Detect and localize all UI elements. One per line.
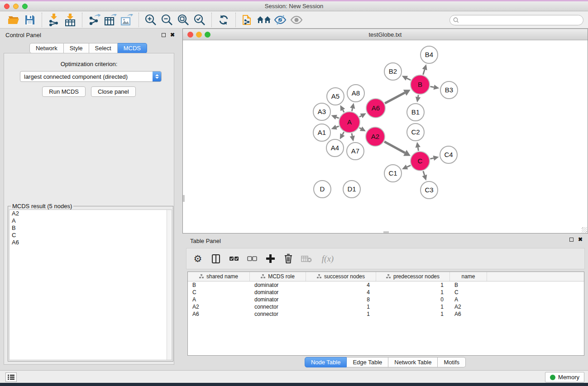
network-horizontal-scroll-mark[interactable] [383, 231, 389, 233]
edge-A6-B[interactable] [385, 93, 405, 103]
maximize-window-button[interactable] [22, 4, 28, 9]
cell-predecessor-nodes: 1 [376, 282, 450, 288]
column-header-shared-name[interactable]: shared name [188, 272, 250, 281]
criterion-dropdown[interactable]: largest connected component (directed) [20, 71, 162, 82]
network-minimize-button[interactable] [196, 32, 202, 38]
new-network-from-selection-button[interactable] [239, 13, 256, 27]
zoom-fit-button[interactable] [175, 13, 191, 27]
refresh-button[interactable] [215, 13, 232, 27]
task-history-button[interactable] [5, 372, 17, 382]
memory-button[interactable]: Memory [545, 372, 584, 382]
network-canvas-container[interactable]: AA6A2BCA5A8A3A1A4A7B2B4B3B1C2C4C1C3DD1 [183, 40, 588, 233]
mcds-result-item[interactable]: A [10, 217, 172, 224]
network-window-titlebar[interactable]: testGlobe.txt [183, 29, 588, 40]
edge-A-A7[interactable] [352, 133, 352, 136]
search-input[interactable] [461, 17, 583, 24]
zoom-out-button[interactable] [159, 13, 175, 27]
minimize-window-button[interactable] [13, 4, 19, 9]
close-panel-button[interactable]: Close panel [91, 86, 136, 97]
edge-B-B1[interactable] [418, 95, 419, 97]
delete-table-button[interactable] [301, 253, 312, 265]
network-close-button[interactable] [187, 32, 193, 38]
export-image-button[interactable] [119, 13, 135, 27]
open-session-button[interactable] [5, 13, 22, 27]
result-list-scrollbar[interactable] [167, 210, 172, 360]
first-neighbors-button[interactable] [256, 13, 272, 27]
edge-A-A5[interactable] [343, 110, 344, 112]
export-network-button[interactable] [86, 13, 102, 27]
window-titlebar[interactable]: Session: New Session [0, 1, 588, 11]
edge-A2-C[interactable] [384, 142, 405, 153]
edge-C-C3[interactable] [423, 171, 425, 176]
close-window-button[interactable] [4, 4, 10, 9]
mcds-result-item[interactable]: A2 [10, 210, 172, 217]
zoom-in-button[interactable] [143, 13, 159, 27]
network-maximize-button[interactable] [205, 32, 210, 38]
tab-mcds[interactable]: MCDS [118, 43, 147, 53]
run-mcds-button[interactable]: Run MCDS [42, 86, 86, 97]
edge-B-B3[interactable] [430, 86, 434, 87]
network-view-window[interactable]: testGlobe.txt AA6A2BCA5A8A3A1A4A7B2B4B3B… [182, 29, 588, 234]
select-all-button[interactable] [228, 253, 240, 265]
tab-edge-table[interactable]: Edge Table [347, 357, 388, 367]
edge-arrowhead [434, 85, 440, 90]
edge-C-C1[interactable] [407, 165, 411, 167]
search-field[interactable] [449, 15, 583, 25]
import-network-button[interactable] [46, 13, 62, 27]
mcds-result-item[interactable]: A6 [10, 239, 172, 246]
network-canvas[interactable]: AA6A2BCA5A8A3A1A4A7B2B4B3B1C2C4C1C3DD1 [183, 40, 588, 233]
network-vertical-scroll-mark[interactable] [183, 195, 185, 202]
export-network-icon [88, 14, 100, 26]
mcds-result-item[interactable]: B [10, 224, 172, 232]
hide-selected-button[interactable] [272, 13, 288, 27]
edge-C-C2[interactable] [418, 148, 418, 151]
tab-network[interactable]: Network [29, 43, 64, 53]
tab-network-table[interactable]: Network Table [388, 357, 438, 367]
table-settings-button[interactable]: ⚙ [192, 253, 204, 265]
edge-A-A6[interactable] [359, 116, 361, 117]
table-row[interactable]: Cdominator41C [188, 289, 584, 296]
tab-motifs[interactable]: Motifs [438, 357, 466, 367]
close-panel-icon[interactable]: ✖ [170, 33, 175, 37]
import-table-button[interactable] [62, 13, 78, 27]
show-all-button[interactable] [288, 13, 305, 27]
show-columns-button[interactable] [210, 253, 222, 265]
column-header-name[interactable]: name [450, 272, 487, 281]
table-row[interactable]: A6connector11A6 [188, 310, 584, 318]
edge-A-A3[interactable] [336, 117, 339, 118]
shared-column-icon [317, 274, 322, 279]
delete-row-button[interactable] [282, 253, 294, 265]
float-panel-icon[interactable] [162, 33, 166, 37]
zoom-selected-button[interactable] [191, 13, 208, 27]
node-attribute-table[interactable]: shared nameMCDS rolesuccessor nodesprede… [187, 272, 584, 356]
network-resize-grip[interactable] [582, 227, 587, 233]
edge-A-A8[interactable] [352, 108, 352, 111]
close-table-panel-icon[interactable]: ✖ [578, 237, 583, 242]
column-header-successor-nodes[interactable]: successor nodes [306, 272, 376, 281]
save-session-button[interactable] [22, 13, 38, 27]
mcds-result-list[interactable]: A2ABCA6 [9, 210, 172, 360]
table-row[interactable]: Adominator80A [188, 296, 584, 303]
edge-B-B4[interactable] [423, 70, 425, 75]
mcds-panel: Optimization criterion: largest connecte… [4, 53, 174, 365]
mcds-result-item[interactable]: C [10, 232, 172, 239]
add-row-button[interactable] [264, 253, 276, 265]
edge-A-A1[interactable] [336, 126, 339, 127]
edge-A-A2[interactable] [359, 128, 361, 129]
edge-B-B2[interactable] [407, 78, 411, 80]
export-table-button[interactable] [102, 13, 119, 27]
tab-select[interactable]: Select [89, 43, 118, 53]
float-table-panel-icon[interactable] [569, 238, 574, 242]
table-row[interactable]: A2connector11A2 [188, 303, 584, 310]
tab-style[interactable]: Style [64, 43, 89, 53]
tab-node-table[interactable]: Node Table [305, 357, 347, 367]
deselect-all-button[interactable] [246, 253, 258, 265]
edge-A-A4[interactable] [343, 132, 344, 135]
table-row[interactable]: Bdominator41B [188, 281, 584, 289]
column-header-predecessor-nodes[interactable]: predecessor nodes [376, 272, 450, 281]
function-builder-button[interactable]: f(x) [319, 253, 337, 265]
cell-name: B [450, 282, 487, 288]
column-header-MCDS-role[interactable]: MCDS role [250, 272, 306, 281]
edge-C-C4[interactable] [430, 158, 433, 159]
shared-column-icon [261, 274, 266, 279]
